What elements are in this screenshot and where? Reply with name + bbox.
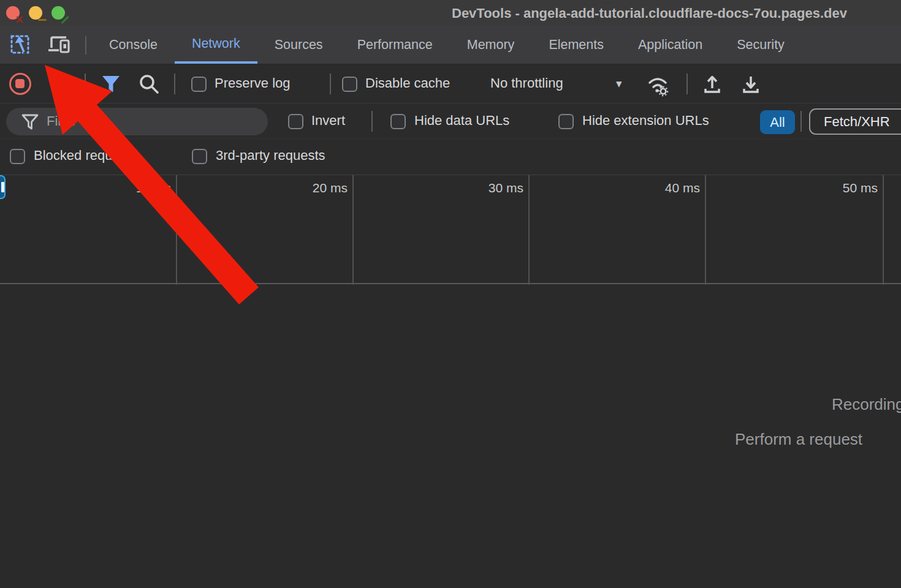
window-title: DevTools - angela-add-tutorial.cloudflar… (452, 0, 847, 26)
timeline-tick-label: 20 ms (292, 181, 348, 195)
filter-toggle-icon[interactable] (100, 74, 122, 94)
tab-memory[interactable]: Memory (450, 26, 532, 64)
devtools-tab-bar: Console Network Sources Performance Memo… (0, 26, 901, 64)
zoom-window-button[interactable] (51, 6, 65, 20)
network-conditions-icon[interactable] (645, 73, 673, 97)
hide-extension-urls-label[interactable]: Hide extension URLs (582, 113, 709, 129)
timeline-gridline (352, 175, 354, 285)
hide-data-urls-label[interactable]: Hide data URLs (414, 113, 509, 129)
request-filters-row: Blocked requests 3rd-party requests (0, 139, 901, 175)
stop-recording-button[interactable] (9, 73, 31, 95)
tab-application[interactable]: Application (621, 26, 720, 64)
device-toolbar-icon[interactable] (47, 34, 72, 56)
hide-extension-urls-checkbox[interactable] (558, 114, 574, 129)
preserve-log-checkbox[interactable] (191, 77, 207, 92)
disable-cache-checkbox[interactable] (342, 77, 357, 92)
request-type-fetch-xhr-button[interactable]: Fetch/XHR (809, 108, 901, 135)
close-window-button[interactable] (6, 6, 20, 20)
third-party-requests-checkbox[interactable] (192, 149, 207, 164)
timeline-tick-label: 10 ms (116, 181, 171, 195)
blocked-requests-label[interactable]: Blocked requests (34, 148, 137, 164)
timeline-gridline (528, 175, 530, 285)
devtools-window: DevTools - angela-add-tutorial.cloudflar… (0, 0, 901, 588)
tab-sources[interactable]: Sources (257, 26, 340, 64)
timeline-gridline (883, 175, 884, 285)
preserve-log-label[interactable]: Preserve log (215, 75, 291, 91)
timeline-tick-label: 40 ms (645, 181, 700, 195)
toolbar-divider (686, 74, 688, 94)
blocked-requests-checkbox[interactable] (10, 149, 25, 164)
tab-network[interactable]: Network (175, 26, 257, 64)
filter-divider (371, 111, 373, 132)
tab-security[interactable]: Security (720, 26, 802, 64)
filter-input[interactable] (47, 110, 255, 132)
timeline-tick-label: 30 ms (468, 181, 523, 195)
throttling-select[interactable]: No throttling (490, 75, 563, 91)
clear-network-log-button[interactable] (50, 75, 69, 93)
invert-checkbox[interactable] (288, 114, 303, 129)
toolbar-divider (174, 74, 175, 94)
invert-label[interactable]: Invert (311, 113, 345, 129)
toolbar-divider (85, 74, 86, 94)
filter-input-container (6, 108, 268, 135)
tab-performance[interactable]: Performance (340, 26, 450, 64)
filter-funnel-icon (21, 113, 39, 130)
panel-tabs: Console Network Sources Performance Memo… (92, 26, 802, 64)
title-bar: DevTools - angela-add-tutorial.cloudflar… (0, 0, 901, 26)
timeline-gridline (176, 175, 177, 285)
timeline-gridline (705, 175, 706, 285)
inspect-element-icon[interactable] (9, 34, 32, 57)
network-toolbar: Preserve log Disable cache No throttling… (0, 64, 901, 104)
toolbar-divider (330, 74, 331, 94)
tab-elements[interactable]: Elements (531, 26, 621, 64)
empty-state-line1: Recording network activity… (832, 395, 901, 414)
network-filter-row: Invert Hide data URLs Hide extension URL… (0, 104, 901, 139)
throttling-caret-icon[interactable]: ▾ (616, 77, 622, 91)
hide-data-urls-checkbox[interactable] (390, 114, 406, 129)
requests-empty-panel: Recording network activity… Perform a re… (0, 285, 901, 588)
minimize-window-button[interactable] (29, 6, 42, 20)
toolbar-divider (85, 36, 86, 55)
timeline-tick-label: 50 ms (823, 181, 878, 195)
network-overview-timeline[interactable]: 10 ms 20 ms 30 ms 40 ms 50 ms (0, 175, 901, 284)
disable-cache-label[interactable]: Disable cache (365, 75, 450, 91)
search-icon[interactable] (137, 73, 161, 96)
edge-clipped-widget[interactable] (0, 175, 6, 199)
third-party-requests-label[interactable]: 3rd-party requests (216, 148, 325, 164)
import-har-icon[interactable] (701, 73, 724, 96)
filter-divider (800, 111, 802, 132)
empty-state-line2: Perform a request (735, 430, 862, 449)
request-type-all-button[interactable]: All (760, 110, 795, 134)
export-har-icon[interactable] (739, 73, 762, 96)
tab-console[interactable]: Console (92, 26, 175, 64)
